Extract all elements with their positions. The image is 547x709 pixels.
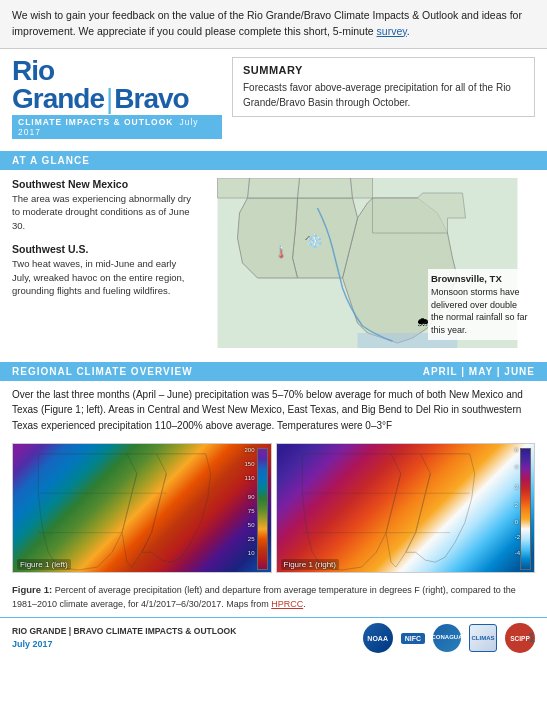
regional-text: Over the last three months (April – June… (12, 387, 535, 434)
brownsville-label: Brownsville, TX Monsoon storms have deli… (428, 269, 533, 340)
footer-top-line: RIO GRANDE | BRAVO CLIMATE IMPACTS & OUT… (12, 625, 236, 638)
heat-icon: 🌡️ (273, 243, 290, 260)
regional-body: Over the last three months (April – June… (0, 381, 547, 438)
summary-box: SUMMARY Forecasts favor above-average pr… (232, 57, 535, 117)
logo-bravo: Bravo (114, 83, 188, 114)
precip-label: Figure 1 (left) (17, 559, 71, 570)
svg-marker-3 (238, 198, 298, 278)
glance-item-sw: Southwest U.S. Two heat waves, in mid-Ju… (12, 243, 192, 298)
page-footer: RIO GRANDE | BRAVO CLIMATE IMPACTS & OUT… (0, 617, 547, 658)
snow-icon: ❄️ (306, 233, 324, 250)
at-a-glance-body: Southwest New Mexico The area was experi… (0, 170, 547, 356)
at-a-glance-header: AT A GLANCE (0, 151, 547, 170)
footer-bottom-line: July 2017 (12, 638, 236, 652)
glance-left: Southwest New Mexico The area was experi… (12, 178, 192, 309)
survey-banner: We wish to gain your feedback on the val… (0, 0, 547, 49)
glance-item-nm: Southwest New Mexico The area was experi… (12, 178, 192, 233)
glance-nm-title: Southwest New Mexico (12, 178, 192, 190)
figure-caption: Figure 1: Percent of average precipitati… (0, 579, 547, 613)
figure-precip-map: 200 150 110 90 75 50 25 10 Figure 1 (lef… (12, 443, 272, 573)
glance-sw-title: Southwest U.S. (12, 243, 192, 255)
figure-caption-bold: Figure 1: (12, 584, 52, 595)
at-a-glance-title: AT A GLANCE (12, 155, 90, 166)
summary-title: SUMMARY (243, 64, 524, 76)
nifc-logo: NIFC (401, 633, 425, 644)
logo-pipe: | (106, 83, 112, 114)
svg-marker-6 (351, 178, 373, 198)
summary-text: Forecasts favor above-average precipitat… (243, 80, 524, 110)
svg-marker-5 (298, 178, 353, 198)
svg-marker-8 (218, 178, 250, 198)
logo-section: Rio Grande|Bravo CLIMATE IMPACTS & OUTLO… (12, 57, 222, 139)
hprcc-link[interactable]: HPRCC (271, 599, 303, 609)
brownsville-text: Monsoon storms have delivered over doubl… (431, 286, 530, 336)
noaa-logo: NOAA (363, 623, 393, 653)
climas-logo: CLIMAS (469, 624, 497, 652)
logo-subtitle-text: CLIMATE IMPACTS & OUTLOOK (18, 117, 173, 127)
svg-marker-7 (248, 178, 300, 198)
regional-header: REGIONAL CLIMATE OVERVIEW APRIL | MAY | … (0, 362, 547, 381)
page-number: 1 (528, 631, 535, 645)
figure-caption-text: Percent of average precipitation (left) … (12, 585, 516, 609)
brownsville-title: Brownsville, TX (431, 272, 530, 285)
regional-months: APRIL | MAY | JUNE (423, 366, 535, 377)
conagua-logo: CONAGUA (433, 624, 461, 652)
banner-text: We wish to gain your feedback on the val… (12, 9, 522, 37)
header: Rio Grande|Bravo CLIMATE IMPACTS & OUTLO… (0, 49, 547, 145)
footer-left: RIO GRANDE | BRAVO CLIMATE IMPACTS & OUT… (12, 625, 236, 651)
footer-logos: NOAA NIFC CONAGUA CLIMAS SCIPP (363, 623, 535, 653)
glance-sw-text: Two heat waves, in mid-June and early Ju… (12, 257, 192, 298)
survey-link[interactable]: survey (377, 25, 407, 37)
logo-title: Rio Grande|Bravo (12, 57, 222, 113)
glance-map: ❄️ 🌡️ 🌧 Brownsville, TX Monsoon storms h… (200, 178, 535, 348)
logo-subtitle: CLIMATE IMPACTS & OUTLOOKJuly 2017 (12, 115, 222, 139)
figure-temp-map: 6 4 3 2 0 -2 -4 Figure 1 (right) (276, 443, 536, 573)
figure-row: 200 150 110 90 75 50 25 10 Figure 1 (lef… (0, 437, 547, 579)
regional-title: REGIONAL CLIMATE OVERVIEW (12, 366, 193, 377)
temp-label: Figure 1 (right) (281, 559, 339, 570)
logo-rio-grande: Rio Grande (12, 55, 104, 114)
glance-nm-text: The area was experiencing abnormally dry… (12, 192, 192, 233)
